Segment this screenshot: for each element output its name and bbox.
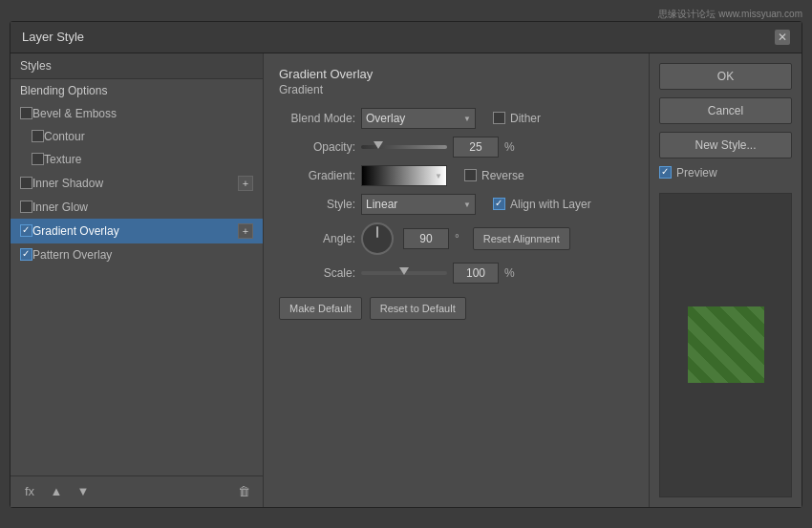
sidebar-item-texture[interactable]: Texture xyxy=(11,148,263,171)
watermark: 思缘设计论坛 www.missyuan.com xyxy=(658,8,802,21)
right-panel: OK Cancel New Style... Preview xyxy=(649,53,801,507)
styles-header: Styles xyxy=(11,53,263,79)
pattern-overlay-checkbox[interactable] xyxy=(20,248,32,261)
sidebar-item-inner-glow[interactable]: Inner Glow xyxy=(11,196,263,219)
preview-image xyxy=(688,306,764,383)
gradient-preview-wrapper[interactable] xyxy=(361,165,447,186)
sidebar-item-contour[interactable]: Contour xyxy=(11,125,263,148)
cancel-button[interactable]: Cancel xyxy=(659,97,792,124)
preview-label: Preview xyxy=(676,166,717,180)
gradient-overlay-label: Gradient Overlay xyxy=(32,224,238,238)
style-select-wrapper: Linear xyxy=(361,194,476,215)
dither-checkbox[interactable] xyxy=(493,112,505,124)
preview-area xyxy=(659,193,792,497)
layer-list: Blending Options Bevel & Emboss Contour … xyxy=(11,79,263,475)
angle-dial[interactable] xyxy=(361,222,394,255)
opacity-label: Opacity: xyxy=(279,140,355,154)
contour-checkbox[interactable] xyxy=(32,130,44,142)
opacity-input[interactable] xyxy=(453,137,499,158)
angle-input[interactable] xyxy=(403,228,449,249)
blending-options-label: Blending Options xyxy=(20,84,253,97)
contour-label: Contour xyxy=(44,130,253,143)
move-down-button[interactable]: ▼ xyxy=(74,482,93,501)
reverse-checkbox[interactable] xyxy=(464,169,477,181)
scale-label: Scale: xyxy=(279,266,355,280)
scale-slider[interactable] xyxy=(361,263,447,284)
inner-glow-checkbox[interactable] xyxy=(20,201,32,213)
inner-shadow-add-button[interactable]: + xyxy=(238,176,253,191)
bevel-emboss-checkbox[interactable] xyxy=(20,107,32,119)
sidebar-item-blending-options[interactable]: Blending Options xyxy=(11,79,263,102)
dither-row: Dither xyxy=(493,112,541,125)
inner-shadow-label: Inner Shadow xyxy=(32,177,238,190)
layer-style-dialog: Layer Style ✕ Styles Blending Options Be… xyxy=(10,21,802,508)
move-up-button[interactable]: ▲ xyxy=(47,482,66,501)
angle-label: Angle: xyxy=(279,232,355,245)
delete-button[interactable]: 🗑 xyxy=(234,482,253,501)
new-style-button[interactable]: New Style... xyxy=(659,132,792,158)
gradient-overlay-add-button[interactable]: + xyxy=(238,223,253,239)
reverse-label: Reverse xyxy=(481,169,524,182)
bottom-bar: fx ▲ ▼ 🗑 xyxy=(11,475,263,507)
inner-shadow-checkbox[interactable] xyxy=(20,177,32,189)
pattern-overlay-label: Pattern Overlay xyxy=(32,248,253,262)
ok-button[interactable]: OK xyxy=(659,63,792,90)
dialog-body: Styles Blending Options Bevel & Emboss C… xyxy=(11,53,801,507)
reset-default-button[interactable]: Reset to Default xyxy=(370,297,466,320)
blend-mode-select[interactable]: Overlay xyxy=(361,108,476,129)
angle-unit: ° xyxy=(455,232,459,245)
fx-button[interactable]: fx xyxy=(20,482,39,501)
style-label: Style: xyxy=(279,198,355,211)
sidebar-item-pattern-overlay[interactable]: Pattern Overlay xyxy=(11,243,263,266)
bottom-buttons: Make Default Reset to Default xyxy=(279,297,633,320)
middle-panel: Gradient Overlay Gradient Blend Mode: Ov… xyxy=(264,53,649,507)
opacity-unit: % xyxy=(504,140,515,154)
reverse-row: Reverse xyxy=(464,169,524,182)
sidebar-item-gradient-overlay[interactable]: Gradient Overlay + xyxy=(11,219,263,243)
scale-input[interactable] xyxy=(453,263,499,284)
scale-unit: % xyxy=(504,266,515,280)
sidebar-item-bevel-emboss[interactable]: Bevel & Emboss xyxy=(11,102,263,125)
reset-alignment-button[interactable]: Reset Alignment xyxy=(473,227,570,250)
angle-row: Angle: ° Reset Alignment xyxy=(279,222,633,255)
inner-glow-label: Inner Glow xyxy=(32,201,253,214)
gradient-row: Gradient: Reverse xyxy=(279,165,633,186)
scale-row: Scale: % xyxy=(279,263,633,284)
panel-subtitle: Gradient xyxy=(279,83,633,96)
angle-line xyxy=(376,226,378,238)
dither-label: Dither xyxy=(510,112,541,125)
style-select[interactable]: Linear xyxy=(361,194,476,215)
opacity-row: Opacity: % xyxy=(279,137,633,158)
preview-row: Preview xyxy=(659,166,792,180)
sidebar-item-inner-shadow[interactable]: Inner Shadow + xyxy=(11,171,263,196)
blend-mode-row: Blend Mode: Overlay Dither xyxy=(279,108,633,129)
align-layer-checkbox[interactable] xyxy=(493,198,505,210)
align-layer-label: Align with Layer xyxy=(510,198,591,211)
blend-mode-label: Blend Mode: xyxy=(279,112,355,125)
texture-checkbox[interactable] xyxy=(32,153,44,165)
gradient-preview[interactable] xyxy=(361,165,447,186)
bevel-emboss-label: Bevel & Emboss xyxy=(32,107,253,120)
panel-title: Gradient Overlay xyxy=(279,67,633,81)
blend-mode-select-wrapper: Overlay xyxy=(361,108,476,129)
close-button[interactable]: ✕ xyxy=(775,30,790,45)
title-bar: Layer Style ✕ xyxy=(11,22,801,53)
make-default-button[interactable]: Make Default xyxy=(279,297,362,320)
dialog-title: Layer Style xyxy=(22,30,84,44)
gradient-label: Gradient: xyxy=(279,169,355,182)
preview-checkbox[interactable] xyxy=(659,166,672,179)
align-layer-row: Align with Layer xyxy=(493,198,591,211)
left-panel: Styles Blending Options Bevel & Emboss C… xyxy=(11,53,264,507)
opacity-slider[interactable] xyxy=(361,137,447,158)
texture-label: Texture xyxy=(44,153,253,166)
style-row: Style: Linear Align with Layer xyxy=(279,194,633,215)
gradient-overlay-checkbox[interactable] xyxy=(20,224,32,237)
